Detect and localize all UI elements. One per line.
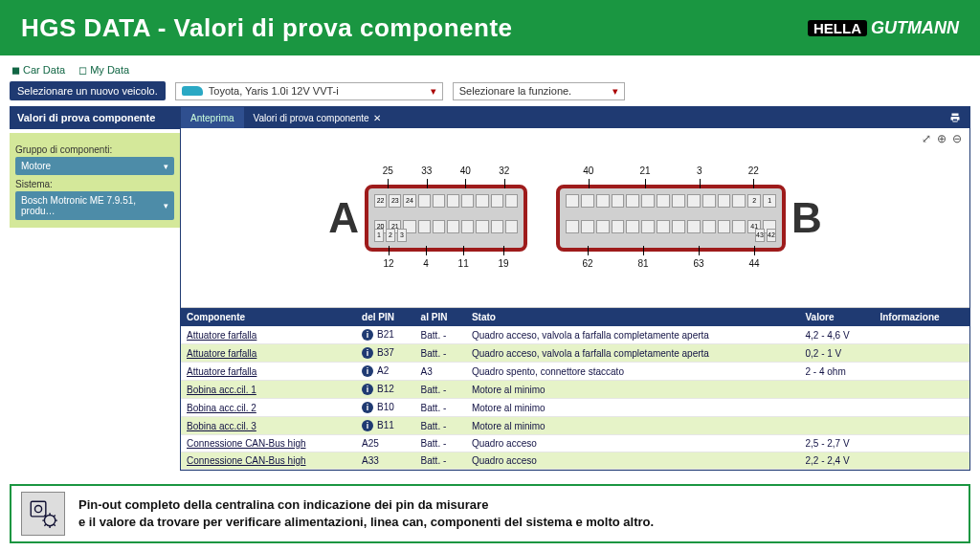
app-shell: ◼ Car Data ◻ My Data Selezionare un nuov… bbox=[0, 55, 980, 478]
cell-to-pin: Batt. - bbox=[415, 417, 466, 435]
select-new-vehicle-button[interactable]: Selezionare un nuovo veicolo. bbox=[10, 81, 166, 100]
cell-state: Quadro spento, connettore staccato bbox=[466, 363, 800, 381]
brand-logo: HELLAGUTMANN bbox=[808, 18, 959, 38]
brand-main: GUTMANN bbox=[871, 18, 959, 37]
table-row[interactable]: Attuatore farfalla iB21 Batt. - Quadro a… bbox=[181, 326, 969, 344]
info-icon[interactable]: i bbox=[362, 384, 373, 395]
cell-from-pin: iB11 bbox=[356, 417, 415, 435]
chevron-down-icon: ▾ bbox=[164, 162, 168, 171]
cell-state: Motore al minimo bbox=[466, 381, 800, 399]
pin-row: 43 42 bbox=[755, 229, 776, 242]
tab-test-values[interactable]: Valori di prova componente ✕ bbox=[244, 107, 390, 128]
cell-to-pin: A3 bbox=[415, 363, 466, 381]
th-component: Componente bbox=[181, 308, 356, 326]
cell-from-pin: iA2 bbox=[356, 363, 415, 381]
content-header: Anteprima Valori di prova componente ✕ bbox=[181, 107, 969, 128]
cell-to-pin: Batt. - bbox=[415, 399, 466, 417]
function-placeholder: Selezionare la funzione. bbox=[459, 85, 571, 97]
content-panel: Anteprima Valori di prova componente ✕ ⤢… bbox=[180, 106, 970, 471]
table-row[interactable]: Bobina acc.cil. 1 iB12 Batt. - Motore al… bbox=[181, 381, 969, 399]
chevron-down-icon: ▾ bbox=[164, 201, 168, 210]
connector-b-plug: 40 21 3 22 2 1 41 bbox=[556, 185, 786, 252]
connector-diagram: ⤢ ⊕ ⊖ A 25 33 40 32 22 bbox=[181, 128, 969, 307]
cell-value: 2,2 - 2,4 V bbox=[799, 452, 874, 470]
function-select[interactable]: Selezionare la funzione. ▾ bbox=[453, 82, 625, 100]
system-label: Sistema: bbox=[15, 179, 174, 189]
nav-tabs: ◼ Car Data ◻ My Data bbox=[10, 61, 970, 79]
cell-info bbox=[874, 381, 969, 399]
pin-row: 22 23 24 bbox=[374, 194, 518, 216]
cell-value bbox=[799, 417, 874, 435]
diagram-tools: ⤢ ⊕ ⊖ bbox=[922, 132, 962, 145]
cell-value: 2 - 4 ohm bbox=[799, 363, 874, 381]
cell-to-pin: Batt. - bbox=[415, 381, 466, 399]
tab-preview[interactable]: Anteprima bbox=[181, 107, 244, 128]
group-dropdown[interactable]: Motore▾ bbox=[15, 157, 174, 175]
table-row[interactable]: Attuatore farfalla iA2 A3 Quadro spento,… bbox=[181, 363, 969, 381]
group-label: Gruppo di componenti: bbox=[15, 144, 174, 155]
brand-prefix: HELLA bbox=[808, 20, 867, 36]
nav-car-data[interactable]: ◼ Car Data bbox=[11, 64, 65, 77]
info-icon[interactable]: i bbox=[362, 347, 373, 359]
side-panel: Valori di prova componente Gruppo di com… bbox=[10, 106, 180, 471]
cell-info bbox=[874, 435, 969, 452]
th-from-pin: del PIN bbox=[356, 308, 415, 326]
cell-to-pin: Batt. - bbox=[415, 435, 466, 452]
footer-banner: Pin-out completo della centralina con in… bbox=[10, 484, 970, 543]
cell-info bbox=[874, 344, 969, 363]
svg-point-2 bbox=[44, 515, 55, 525]
svg-point-1 bbox=[35, 506, 42, 513]
cell-component: Bobina acc.cil. 3 bbox=[181, 417, 356, 435]
chevron-down-icon: ▾ bbox=[612, 85, 618, 98]
info-icon[interactable]: i bbox=[362, 420, 373, 431]
cell-component: Attuatore farfalla bbox=[181, 326, 356, 344]
zoom-in-icon[interactable]: ⊕ bbox=[937, 132, 947, 145]
info-icon[interactable]: i bbox=[362, 365, 373, 377]
table-row[interactable]: Attuatore farfalla iB37 Batt. - Quadro a… bbox=[181, 344, 969, 363]
vehicle-bar: Selezionare un nuovo veicolo. Toyota, Ya… bbox=[10, 79, 970, 102]
footer-line2: e il valore da trovare per verificare al… bbox=[78, 514, 654, 531]
info-icon[interactable]: i bbox=[362, 329, 373, 341]
th-state: Stato bbox=[466, 308, 800, 326]
cell-to-pin: Batt. - bbox=[415, 326, 466, 344]
table-row[interactable]: Bobina acc.cil. 2 iB10 Batt. - Motore al… bbox=[181, 399, 969, 417]
pin-row: 41 bbox=[566, 220, 776, 242]
side-body: Gruppo di componenti: Motore▾ Sistema: B… bbox=[10, 133, 180, 228]
connector-a-letter: A bbox=[328, 194, 359, 242]
table-row[interactable]: Bobina acc.cil. 3 iB11 Batt. - Motore al… bbox=[181, 417, 969, 435]
ecu-gear-icon bbox=[21, 492, 65, 536]
cell-component: Bobina acc.cil. 1 bbox=[181, 381, 356, 399]
footer-text: Pin-out completo della centralina con in… bbox=[78, 496, 654, 530]
cell-from-pin: iB37 bbox=[356, 344, 415, 363]
cell-info bbox=[874, 452, 969, 470]
content-tabs: Anteprima Valori di prova componente ✕ bbox=[181, 107, 390, 128]
cell-state: Quadro acceso bbox=[466, 452, 800, 470]
main-row: Valori di prova componente Gruppo di com… bbox=[10, 106, 970, 471]
info-icon[interactable]: i bbox=[362, 402, 373, 413]
chevron-down-icon: ▾ bbox=[431, 85, 436, 98]
table-row[interactable]: Connessione CAN-Bus high A25 Batt. - Qua… bbox=[181, 435, 969, 452]
nav-my-data[interactable]: ◻ My Data bbox=[78, 64, 129, 77]
connector-a: A 25 33 40 32 22 23 24 bbox=[328, 185, 527, 252]
table-row[interactable]: Connessione CAN-Bus high A33 Batt. - Qua… bbox=[181, 452, 969, 470]
close-icon[interactable]: ✕ bbox=[373, 113, 381, 123]
connector-a-top-callouts: 25 33 40 32 bbox=[368, 165, 523, 176]
vehicle-select[interactable]: Toyota, Yaris 1.0i 12V VVT-i ▾ bbox=[175, 82, 443, 100]
print-icon[interactable] bbox=[948, 112, 962, 123]
zoom-out-icon[interactable]: ⊖ bbox=[952, 132, 962, 145]
cell-value: 4,2 - 4,6 V bbox=[799, 326, 874, 344]
th-info: Informazione bbox=[874, 308, 969, 326]
cell-value: 2,5 - 2,7 V bbox=[799, 435, 874, 452]
connector-a-plug: 25 33 40 32 22 23 24 20 bbox=[365, 185, 527, 252]
cell-value bbox=[799, 399, 874, 417]
th-value: Valore bbox=[799, 308, 874, 326]
data-table-wrap[interactable]: Componente del PIN al PIN Stato Valore I… bbox=[181, 307, 969, 470]
th-to-pin: al PIN bbox=[415, 308, 466, 326]
expand-icon[interactable]: ⤢ bbox=[922, 132, 931, 145]
connector-b-letter: B bbox=[791, 194, 822, 242]
system-dropdown[interactable]: Bosch Motronic ME 7.9.51, produ…▾ bbox=[15, 191, 174, 220]
cell-to-pin: Batt. - bbox=[415, 452, 466, 470]
cell-state: Motore al minimo bbox=[466, 399, 800, 417]
table-header-row: Componente del PIN al PIN Stato Valore I… bbox=[181, 308, 969, 326]
connector-a-bottom-callouts: 12 4 11 19 bbox=[368, 258, 523, 269]
